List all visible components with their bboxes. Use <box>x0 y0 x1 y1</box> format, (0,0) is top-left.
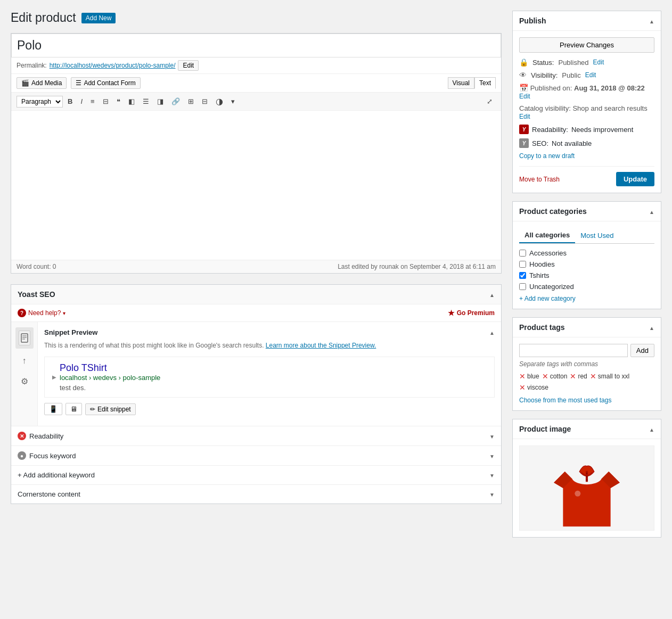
yoast-seo-badge: Y <box>519 138 529 148</box>
tags-input-row: Add <box>519 344 654 357</box>
desktop-preview-button[interactable]: 🖥 <box>65 403 82 415</box>
readability-section[interactable]: ✕ Readability <box>11 426 501 445</box>
tags-add-button[interactable]: Add <box>630 344 654 357</box>
visibility-edit-link[interactable]: Edit <box>585 71 596 79</box>
preview-changes-button[interactable]: Preview Changes <box>519 37 654 53</box>
go-premium-link[interactable]: ★ Go Premium <box>448 309 495 317</box>
cat-checkbox-accessories[interactable] <box>519 250 526 257</box>
lasso-button[interactable]: ◑ <box>212 95 226 108</box>
edit-snippet-button[interactable]: ✏ Edit snippet <box>85 403 136 415</box>
snippet-title[interactable]: Polo TShirt <box>60 362 160 374</box>
copy-draft-link[interactable]: Copy to a new draft <box>519 152 654 160</box>
snippet-nav-icon <box>19 331 30 345</box>
focus-keyword-chevron-icon <box>489 452 495 460</box>
fullscreen-button[interactable]: ⤢ <box>483 96 496 107</box>
tag-name-blue: blue <box>527 373 539 380</box>
tag-item-red: ✕ red <box>570 372 587 381</box>
more-options-button[interactable]: ▾ <box>228 96 238 107</box>
insert-more-button[interactable]: ⊟ <box>199 96 211 107</box>
align-right-button[interactable]: ◨ <box>154 96 167 107</box>
most-used-tab[interactable]: Most Used <box>575 228 619 243</box>
snippet-learn-more-link[interactable]: Learn more about the Snippet Preview. <box>266 342 376 349</box>
unordered-list-button[interactable]: ≡ <box>87 96 98 107</box>
focus-keyword-section[interactable]: ● Focus keyword <box>11 445 501 465</box>
tags-box: Product tags Add Separate tags with comm… <box>512 317 661 411</box>
svg-rect-0 <box>21 334 28 342</box>
categories-collapse-icon <box>649 207 654 216</box>
trash-link[interactable]: Move to Trash <box>519 176 560 183</box>
categories-title: Product categories <box>519 207 587 216</box>
product-image-box-header[interactable]: Product image <box>513 419 661 439</box>
snippet-preview-title: Snippet Preview <box>44 328 97 336</box>
text-tab[interactable]: Text <box>474 77 496 89</box>
yoast-share-nav-btn[interactable]: ↑ <box>19 353 30 369</box>
link-button[interactable]: 🔗 <box>168 96 183 107</box>
edit-snippet-label: Edit snippet <box>97 406 131 413</box>
tag-remove-red[interactable]: ✕ <box>570 372 576 381</box>
add-contact-form-button[interactable]: ☰ Add Contact Form <box>71 77 140 89</box>
tag-remove-blue[interactable]: ✕ <box>519 372 526 381</box>
add-category-link[interactable]: + Add new category <box>519 295 654 302</box>
editor-toolbar-row: 🎬 Add Media ☰ Add Contact Form Visual Te… <box>11 74 501 93</box>
need-help-label: Need help? <box>28 309 61 317</box>
tag-remove-viscose[interactable]: ✕ <box>519 383 526 392</box>
format-select[interactable]: Paragraph <box>17 96 63 108</box>
bold-button[interactable]: B <box>64 96 76 107</box>
catalog-edit-link[interactable]: Edit <box>519 113 530 120</box>
yoast-gear-nav-btn[interactable]: ⚙ <box>18 373 31 390</box>
add-media-button[interactable]: 🎬 Add Media <box>17 77 67 89</box>
cat-checkbox-uncategorized[interactable] <box>519 283 526 290</box>
main-content: Edit product Add New Permalink: http://l… <box>0 0 672 556</box>
tags-collapse-icon <box>649 323 654 332</box>
readability-status-dot: ✕ <box>18 432 26 440</box>
product-image-box: Product image <box>512 419 661 538</box>
product-image-title: Product image <box>519 425 571 433</box>
italic-button[interactable]: I <box>77 96 86 107</box>
cornerstone-title-row: Cornerstone content <box>18 490 80 498</box>
align-center-button[interactable]: ☰ <box>140 96 152 107</box>
need-help-link[interactable]: ? Need help? ▾ <box>18 309 65 317</box>
cat-label-uncategorized: Uncategorized <box>529 283 574 291</box>
tags-input[interactable] <box>519 344 628 357</box>
publish-box-content: Preview Changes 🔒 Status: Published Edit… <box>513 31 661 193</box>
tags-box-header[interactable]: Product tags <box>513 318 661 337</box>
cornerstone-section[interactable]: Cornerstone content <box>11 484 501 504</box>
categories-box-header[interactable]: Product categories <box>513 202 661 221</box>
tag-item-viscose: ✕ viscose <box>519 383 548 392</box>
most-used-link[interactable]: Choose from the most used tags <box>519 397 611 404</box>
chevron-down-icon: ▾ <box>63 310 65 316</box>
editor-footer: Word count: 0 Last edited by rounak on S… <box>11 260 501 273</box>
cat-checkbox-tshirts[interactable] <box>519 272 526 279</box>
permalink-edit-button[interactable]: Edit <box>178 60 199 71</box>
add-new-button[interactable]: Add New <box>81 13 116 23</box>
snippet-url: localhost › wedevs › polo-sample <box>60 374 160 382</box>
editor-area[interactable] <box>11 111 501 260</box>
status-edit-link[interactable]: Edit <box>593 59 604 66</box>
visibility-row: 👁 Visibility: Public Edit <box>519 71 654 79</box>
product-title-input[interactable] <box>11 34 501 57</box>
categories-tabs: All categories Most Used <box>519 228 654 244</box>
published-edit-link[interactable]: Edit <box>519 93 530 100</box>
blockquote-button[interactable]: ❝ <box>113 96 124 107</box>
publish-box: Publish Preview Changes 🔒 Status: Publis… <box>512 11 661 193</box>
publish-box-header[interactable]: Publish <box>513 11 661 31</box>
tag-remove-small-xxl[interactable]: ✕ <box>590 372 596 381</box>
cat-checkbox-hoodies[interactable] <box>519 261 526 268</box>
add-keyword-section[interactable]: + Add additional keyword <box>11 465 501 484</box>
permalink-link[interactable]: http://localhost/wedevs/product/polo-sam… <box>50 62 176 69</box>
readability-title-row: ✕ Readability <box>18 432 63 440</box>
visual-tab[interactable]: Visual <box>448 77 474 89</box>
page-title-row: Edit product Add New <box>11 11 502 25</box>
tag-list: ✕ blue ✕ cotton ✕ red ✕ <box>519 372 654 392</box>
tags-hint: Separate tags with commas <box>519 360 654 368</box>
yoast-header[interactable]: Yoast SEO <box>11 285 501 304</box>
product-image-placeholder[interactable] <box>519 445 654 531</box>
all-categories-tab[interactable]: All categories <box>519 228 575 243</box>
insert-table-button[interactable]: ⊞ <box>185 96 197 107</box>
mobile-preview-button[interactable]: 📱 <box>44 403 62 415</box>
tag-remove-cotton[interactable]: ✕ <box>542 372 548 381</box>
align-left-button[interactable]: ◧ <box>125 96 138 107</box>
update-button[interactable]: Update <box>616 172 654 186</box>
ordered-list-button[interactable]: ⊟ <box>100 96 112 107</box>
yoast-snippet-nav-btn[interactable] <box>15 327 34 349</box>
